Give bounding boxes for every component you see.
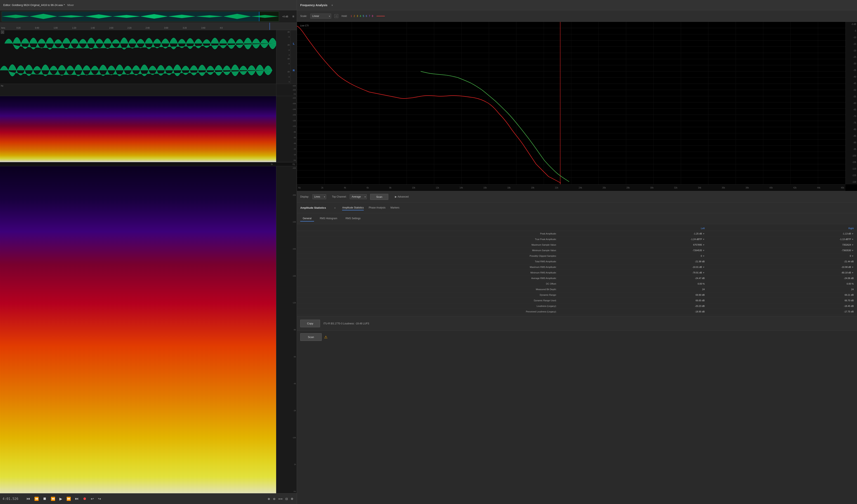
ruler-140: 1:40 bbox=[91, 27, 95, 29]
freq-curve-green bbox=[421, 71, 569, 182]
row-right-value: -7363530 ▼ bbox=[708, 248, 857, 253]
hold-6[interactable]: 6 bbox=[366, 15, 367, 18]
hz-right-scale: -42k -30k Hz bbox=[276, 84, 297, 96]
loop-btn[interactable]: ↩ bbox=[90, 496, 95, 502]
row-label: Dynamic Range: bbox=[297, 292, 559, 298]
bottom-scan-row: Scan ⚠ bbox=[297, 331, 857, 343]
spectrogram-top-scale: -42k -30k -24k -20k -16k -12k -8k -6k -4… bbox=[276, 96, 297, 162]
hold-2[interactable]: 2 bbox=[354, 15, 355, 18]
row-label: Minimum RMS Amplitude: bbox=[297, 270, 559, 275]
top-channel-select[interactable]: Average Left Right bbox=[350, 194, 367, 199]
table-row: Loudness (Legacy):-20.23 dB-18.45 dB bbox=[297, 303, 857, 309]
ruler-220: 2:20 bbox=[128, 27, 131, 29]
freq-db-scale: -0 dB -5 -10 -15 -20 -25 -30 -35 -40 -45… bbox=[845, 22, 857, 184]
channel-l-checkbox[interactable]: ✓ bbox=[1, 31, 4, 34]
table-row: DC Offset:0.00 %0.00 % bbox=[297, 281, 857, 287]
row-right-value: 7352624 ▼ bbox=[708, 242, 857, 248]
amp-scan-button[interactable]: Scan bbox=[300, 333, 322, 341]
subtab-rms-settings[interactable]: RMS Settings bbox=[343, 216, 363, 221]
freq-chart-svg bbox=[297, 22, 845, 184]
channel-r bbox=[0, 57, 276, 84]
zoom-out-btn[interactable]: ⊖ bbox=[272, 497, 276, 501]
skip-end-btn[interactable]: ⏭ bbox=[74, 496, 80, 502]
display-select-wrapper: Lines Bars Area bbox=[313, 194, 326, 199]
table-row: True Peak Amplitude:-1.24 dBTP ▼-1.13 dB… bbox=[297, 237, 857, 242]
tools-btn[interactable]: ⚙ bbox=[290, 497, 294, 501]
stop-btn[interactable]: ⏹ bbox=[42, 496, 47, 502]
mixer-button[interactable]: Mixer bbox=[67, 3, 74, 6]
row-left-value: -79.91 dB ▼ bbox=[559, 270, 708, 275]
hold-8[interactable]: 8 bbox=[372, 15, 373, 18]
table-row: Maximum RMS Amplitude:-10.01 dB ▼-10.98 … bbox=[297, 264, 857, 270]
row-left-value: 0.00 % bbox=[559, 281, 708, 287]
display-select[interactable]: Lines Bars Area bbox=[313, 194, 326, 199]
hold-3[interactable]: 3 bbox=[357, 15, 358, 18]
hz-display: Hz -42k -30k Hz bbox=[0, 84, 297, 96]
zoom-fit-btn[interactable]: ⟺ bbox=[278, 497, 283, 501]
record-btn[interactable]: ⏺ bbox=[82, 496, 87, 502]
row-label: Peak Amplitude: bbox=[297, 231, 559, 237]
ruler-020: 0:20 bbox=[17, 27, 20, 29]
row-right-value: -18.45 dB bbox=[708, 303, 857, 309]
channel-r-wrapper: dB -6 dB -6 0 R bbox=[0, 57, 297, 84]
tab-markers[interactable]: Markers bbox=[390, 205, 400, 211]
freq-scan-button[interactable]: Scan bbox=[370, 194, 388, 200]
toolbar-menu-btn[interactable]: ≡ bbox=[291, 14, 295, 19]
row-left-value: 69.90 dB bbox=[559, 292, 708, 298]
scale-select[interactable]: Linear Logarithmic bbox=[310, 14, 331, 19]
row-label: Average RMS Amplitude: bbox=[297, 275, 559, 281]
back-btn[interactable]: ⏪ bbox=[50, 496, 56, 502]
row-label: Maximum RMS Amplitude: bbox=[297, 264, 559, 270]
play-btn[interactable]: ▶ bbox=[58, 496, 63, 502]
skip-start-btn[interactable]: ⏮ bbox=[26, 496, 31, 502]
bottom-actions: Copy ITU-R BS.1770-3 Loudness: -19.48 LU… bbox=[297, 316, 857, 331]
scale-controls: Scale: Linear Logarithmic □ Hold: 1 2 3 … bbox=[297, 10, 857, 22]
row-right-value: 0 ▼ bbox=[708, 253, 857, 259]
rewind-btn[interactable]: ⏪ bbox=[33, 496, 39, 502]
editor-panel: Editor: Goldberg 9624 Original_4416 to 9… bbox=[0, 0, 297, 504]
hold-1[interactable]: 1 bbox=[351, 15, 352, 18]
amp-stats-menu[interactable]: ≡ bbox=[334, 207, 336, 209]
warning-icon: ⚠ bbox=[324, 335, 327, 339]
display-label: Display: bbox=[300, 195, 309, 198]
subtab-rms-histogram[interactable]: RMS Histogram bbox=[317, 216, 340, 221]
advanced-toggle[interactable]: ▶ Advanced bbox=[395, 195, 408, 198]
top-channel-wrapper: Average Left Right bbox=[350, 194, 367, 199]
channel-l: ✓ bbox=[0, 30, 276, 57]
table-row: Total RMS Amplitude:-21.98 dB-21.44 dB bbox=[297, 259, 857, 264]
row-right-value: -80.18 dB ▼ bbox=[708, 270, 857, 275]
redo-btn[interactable]: ↪ bbox=[97, 496, 102, 502]
playhead-marker bbox=[270, 23, 270, 30]
row-label: Minimum Sample Value: bbox=[297, 248, 559, 253]
hold-5[interactable]: 5 bbox=[363, 15, 364, 18]
row-right-value: 0.00 % bbox=[708, 281, 857, 287]
row-right-value: -24.06 dB bbox=[708, 275, 857, 281]
freq-square-icon[interactable]: □ bbox=[335, 14, 338, 18]
forward-btn[interactable]: ⏩ bbox=[66, 496, 72, 502]
copy-button[interactable]: Copy bbox=[300, 320, 320, 327]
waveform-r-svg bbox=[0, 57, 276, 84]
zoom-sel-btn[interactable]: ⊡ bbox=[285, 497, 289, 501]
tab-amplitude-statistics[interactable]: Amplitude Statistics bbox=[342, 205, 364, 211]
zoom-in-btn[interactable]: ⊕ bbox=[267, 497, 271, 501]
transport-bar: 4:01.526 ⏮ ⏪ ⏹ ⏪ ▶ ⏩ ⏭ ⏺ ↩ ↪ ⊕ ⊖ ⟺ ⊡ ⚙ bbox=[0, 493, 297, 504]
lufs-text: ITU-R BS.1770-3 Loudness: -19.48 LUFS bbox=[323, 322, 369, 325]
row-label: Perceived Loudness (Legacy): bbox=[297, 309, 559, 315]
col-label-header bbox=[297, 226, 559, 231]
live-cti-label: Live CTI bbox=[300, 24, 309, 27]
right-panel: Frequency Analysis ≡ Scale: Linear Logar… bbox=[297, 0, 857, 504]
freq-analysis-menu[interactable]: ≡ bbox=[332, 4, 333, 6]
transport-icons: ⊕ ⊖ ⟺ ⊡ ⚙ bbox=[267, 497, 294, 501]
row-label: Total RMS Amplitude: bbox=[297, 259, 559, 264]
ruler-240: 2:40 bbox=[146, 27, 150, 29]
hold-4[interactable]: 4 bbox=[359, 15, 361, 18]
hold-7[interactable]: 7 bbox=[369, 15, 370, 18]
advanced-chevron: ▶ bbox=[395, 195, 397, 198]
table-row: Maximum Sample Value:6757895 ▼7352624 ▼ bbox=[297, 242, 857, 248]
tab-phase-analysis[interactable]: Phase Analysis bbox=[369, 205, 385, 211]
amp-stats-panel: Amplitude Statistics ≡ Amplitude Statist… bbox=[297, 202, 857, 504]
row-left-value: -7264535 ▼ bbox=[559, 248, 708, 253]
row-left-value: -20.23 dB bbox=[559, 303, 708, 309]
subtab-general[interactable]: General bbox=[300, 216, 314, 221]
channel-r-letter: R bbox=[293, 69, 295, 72]
